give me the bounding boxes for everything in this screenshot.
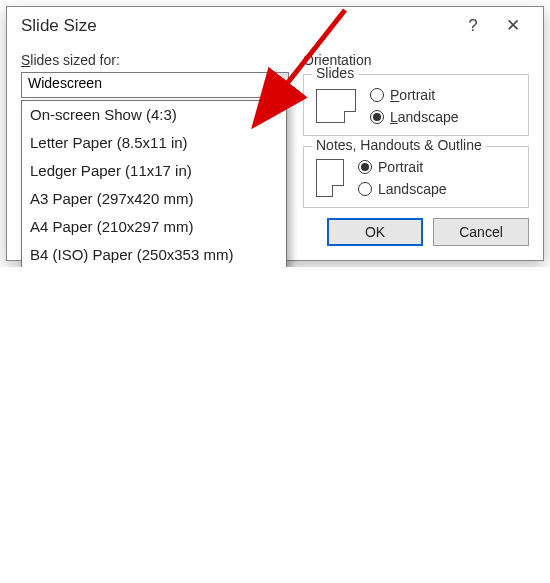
- slides-portrait-radio[interactable]: Portrait: [370, 87, 459, 103]
- notes-portrait-radio[interactable]: Portrait: [358, 159, 447, 175]
- dialog-title: Slide Size: [21, 16, 453, 36]
- combo-dropdown-button[interactable]: [268, 73, 288, 97]
- portrait-page-icon: [316, 159, 344, 197]
- orientation-slides-group: Slides Portrait Landscape: [303, 74, 529, 136]
- chevron-down-icon: [275, 83, 283, 88]
- dialog-button-row: OK Cancel: [303, 218, 529, 246]
- close-button[interactable]: ✕: [493, 15, 533, 36]
- dropdown-option[interactable]: Ledger Paper (11x17 in): [22, 157, 286, 185]
- orientation-notes-title: Notes, Handouts & Outline: [312, 137, 486, 153]
- landscape-page-icon: [316, 89, 356, 123]
- help-button[interactable]: ?: [453, 16, 493, 36]
- slide-size-dialog: Slide Size ? ✕ Slides sized for: Widescr…: [6, 6, 544, 261]
- titlebar: Slide Size ? ✕: [7, 7, 543, 42]
- slides-sized-for-label: Slides sized for:: [21, 52, 289, 68]
- cancel-button[interactable]: Cancel: [433, 218, 529, 246]
- dropdown-option[interactable]: B4 (ISO) Paper (250x353 mm): [22, 241, 286, 267]
- slides-landscape-radio[interactable]: Landscape: [370, 109, 459, 125]
- orientation-slides-title: Slides: [312, 65, 358, 81]
- combo-selected-text: Widescreen: [22, 73, 268, 97]
- slides-sized-for-combo[interactable]: Widescreen: [21, 72, 289, 98]
- dropdown-option[interactable]: On-screen Show (4:3): [22, 101, 286, 129]
- dropdown-option[interactable]: A3 Paper (297x420 mm): [22, 185, 286, 213]
- slides-sized-for-dropdown[interactable]: On-screen Show (4:3)Letter Paper (8.5x11…: [21, 100, 287, 267]
- dropdown-option[interactable]: Letter Paper (8.5x11 in): [22, 129, 286, 157]
- notes-landscape-radio[interactable]: Landscape: [358, 181, 447, 197]
- ok-button[interactable]: OK: [327, 218, 423, 246]
- orientation-notes-group: Notes, Handouts & Outline Portrait Lands…: [303, 146, 529, 208]
- dropdown-option[interactable]: A4 Paper (210x297 mm): [22, 213, 286, 241]
